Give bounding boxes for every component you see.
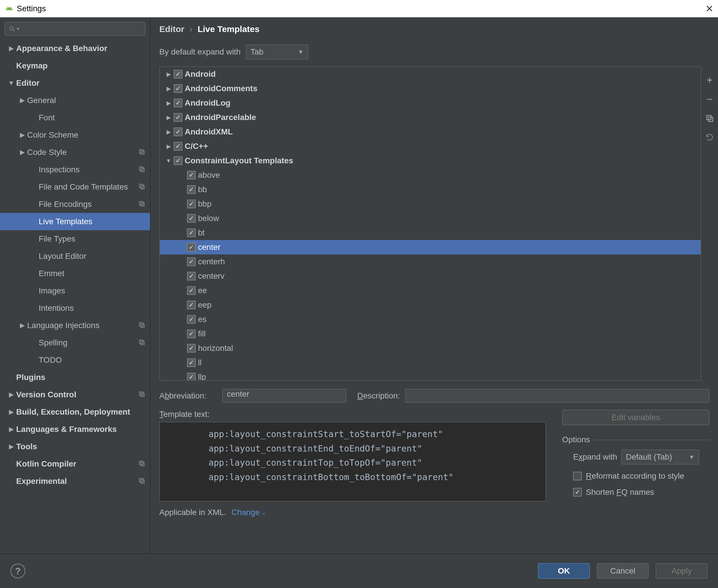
template-item[interactable]: ✓ll: [160, 355, 701, 370]
template-checkbox[interactable]: ✓: [187, 301, 196, 309]
chevron-right-icon[interactable]: ▶: [163, 71, 174, 78]
template-checkbox[interactable]: ✓: [187, 214, 196, 223]
template-checkbox[interactable]: ✓: [187, 272, 196, 280]
template-item[interactable]: ✓ee: [160, 283, 701, 298]
template-item[interactable]: ✓es: [160, 312, 701, 327]
template-checkbox[interactable]: ✓: [187, 315, 196, 324]
template-checkbox[interactable]: ✓: [187, 344, 196, 353]
group-checkbox[interactable]: ✓: [174, 70, 182, 79]
template-checkbox[interactable]: ✓: [187, 243, 196, 252]
template-group[interactable]: ▶✓AndroidParcelable: [160, 110, 701, 125]
template-checkbox[interactable]: ✓: [187, 200, 196, 208]
abbrev-input[interactable]: center: [222, 389, 346, 403]
template-checkbox[interactable]: ✓: [187, 229, 196, 237]
template-checkbox[interactable]: ✓: [187, 257, 196, 266]
template-item[interactable]: ✓horizontal: [160, 341, 701, 355]
template-item[interactable]: ✓bbp: [160, 197, 701, 211]
group-checkbox[interactable]: ✓: [174, 156, 182, 165]
sidebar-item[interactable]: ▶Font: [0, 109, 150, 126]
chevron-down-icon[interactable]: ▼: [163, 158, 174, 164]
sidebar-item[interactable]: ▶Appearance & Behavior: [0, 40, 150, 57]
svg-rect-4: [139, 167, 143, 170]
expand-with-select[interactable]: Tab ▼: [246, 44, 308, 59]
chevron-right-icon[interactable]: ▶: [163, 114, 174, 121]
remove-icon[interactable]: −: [704, 94, 715, 104]
duplicate-icon[interactable]: [704, 113, 715, 124]
sidebar-item[interactable]: ▶Layout Editor: [0, 248, 150, 265]
sidebar-item[interactable]: ▶Version Control: [0, 386, 150, 403]
sidebar-item[interactable]: ▶Color Scheme: [0, 126, 150, 144]
template-group[interactable]: ▶✓AndroidXML: [160, 125, 701, 139]
restore-icon[interactable]: [704, 132, 715, 143]
description-input[interactable]: [405, 389, 709, 403]
chevron-right-icon[interactable]: ▶: [163, 100, 174, 106]
template-tree[interactable]: ▶✓Android▶✓AndroidComments▶✓AndroidLog▶✓…: [160, 67, 701, 380]
template-item[interactable]: ✓bt: [160, 226, 701, 240]
template-item[interactable]: ✓eep: [160, 298, 701, 312]
ok-button[interactable]: OK: [538, 563, 590, 579]
group-checkbox[interactable]: ✓: [174, 99, 182, 107]
edit-variables-button[interactable]: Edit variables: [562, 410, 709, 425]
sidebar-item[interactable]: ▶Spelling: [0, 334, 150, 352]
template-text-area[interactable]: app:layout_constraintStart_toStartOf="pa…: [159, 422, 546, 501]
sidebar-item[interactable]: ▶Images: [0, 282, 150, 299]
sidebar-item[interactable]: ▶TODO: [0, 352, 150, 369]
change-link[interactable]: Change ⌄: [231, 508, 266, 517]
template-checkbox[interactable]: ✓: [187, 171, 196, 180]
expand-with-detail-select[interactable]: Default (Tab) ▼: [621, 449, 699, 464]
template-checkbox[interactable]: ✓: [187, 373, 196, 380]
breadcrumb-parent[interactable]: Editor: [159, 24, 184, 34]
help-button[interactable]: ?: [11, 564, 25, 579]
template-item[interactable]: ✓center: [160, 240, 701, 254]
apply-button[interactable]: Apply: [656, 563, 707, 579]
sidebar-item[interactable]: ▶General: [0, 92, 150, 109]
sidebar-item[interactable]: ▶Plugins: [0, 369, 150, 386]
sidebar-item[interactable]: ▶File and Code Templates: [0, 178, 150, 196]
sidebar-item[interactable]: ▶Intentions: [0, 299, 150, 317]
group-checkbox[interactable]: ✓: [174, 142, 182, 151]
sidebar-item[interactable]: ▶Tools: [0, 438, 150, 455]
cancel-button[interactable]: Cancel: [597, 563, 649, 579]
template-item[interactable]: ✓below: [160, 211, 701, 226]
sidebar-item[interactable]: ▶Kotlin Compiler: [0, 455, 150, 472]
group-checkbox[interactable]: ✓: [174, 113, 182, 122]
group-checkbox[interactable]: ✓: [174, 128, 182, 136]
shorten-checkbox[interactable]: ✓: [573, 488, 582, 497]
reformat-checkbox[interactable]: [573, 472, 582, 480]
sidebar-item[interactable]: ▶Inspections: [0, 161, 150, 178]
sidebar-item[interactable]: ▶Language Injections: [0, 317, 150, 334]
add-icon[interactable]: +: [704, 75, 715, 85]
close-icon[interactable]: ✕: [705, 3, 713, 15]
search-input[interactable]: ▾: [5, 22, 145, 36]
template-item[interactable]: ✓above: [160, 168, 701, 182]
template-checkbox[interactable]: ✓: [187, 185, 196, 194]
chevron-right-icon: ▶: [6, 408, 16, 416]
chevron-right-icon[interactable]: ▶: [163, 128, 174, 135]
chevron-right-icon[interactable]: ▶: [163, 85, 174, 92]
template-group[interactable]: ▶✓Android: [160, 67, 701, 81]
template-group[interactable]: ▶✓AndroidComments: [160, 81, 701, 96]
template-item[interactable]: ✓llp: [160, 370, 701, 380]
sidebar-item[interactable]: ▶Live Templates: [0, 213, 150, 230]
sidebar-item[interactable]: ▶File Types: [0, 230, 150, 248]
template-group[interactable]: ▶✓AndroidLog: [160, 96, 701, 110]
sidebar-item[interactable]: ▼Editor: [0, 75, 150, 92]
template-item[interactable]: ✓fill: [160, 327, 701, 341]
template-group[interactable]: ▶✓C/C++: [160, 139, 701, 153]
sidebar-item[interactable]: ▶Build, Execution, Deployment: [0, 403, 150, 421]
sidebar-item[interactable]: ▶File Encodings: [0, 196, 150, 213]
sidebar-item[interactable]: ▶Code Style: [0, 144, 150, 161]
template-item[interactable]: ✓bb: [160, 182, 701, 197]
sidebar-item[interactable]: ▶Keymap: [0, 57, 150, 75]
template-checkbox[interactable]: ✓: [187, 330, 196, 338]
group-checkbox[interactable]: ✓: [174, 84, 182, 93]
sidebar-item[interactable]: ▶Languages & Frameworks: [0, 421, 150, 438]
template-item[interactable]: ✓centerh: [160, 254, 701, 269]
template-checkbox[interactable]: ✓: [187, 286, 196, 295]
sidebar-item[interactable]: ▶Experimental: [0, 472, 150, 490]
chevron-right-icon[interactable]: ▶: [163, 143, 174, 150]
template-group[interactable]: ▼✓ConstraintLayout Templates: [160, 153, 701, 168]
template-checkbox[interactable]: ✓: [187, 358, 196, 367]
sidebar-item[interactable]: ▶Emmet: [0, 265, 150, 282]
template-item[interactable]: ✓centerv: [160, 269, 701, 283]
